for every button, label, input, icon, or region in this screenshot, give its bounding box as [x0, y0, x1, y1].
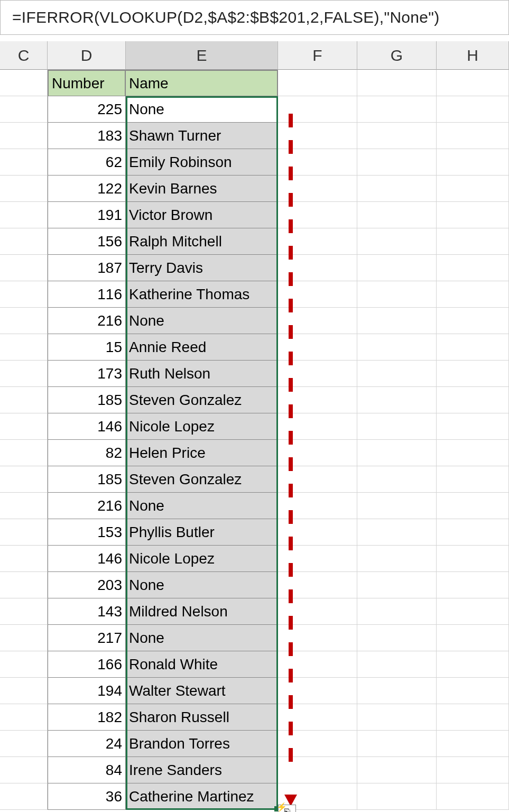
cell-G[interactable]: [357, 704, 437, 731]
cell-name[interactable]: Victor Brown: [126, 202, 278, 228]
cell-F[interactable]: [278, 572, 357, 598]
cell-C[interactable]: [0, 334, 48, 361]
cell-C[interactable]: [0, 704, 48, 731]
cell-number[interactable]: 36: [48, 783, 126, 810]
cell-C1[interactable]: [0, 70, 48, 96]
cell-G[interactable]: [357, 678, 437, 704]
cell-C[interactable]: [0, 176, 48, 202]
cell-F[interactable]: [278, 651, 357, 678]
cell-G[interactable]: [357, 387, 437, 413]
cell-H[interactable]: [437, 519, 509, 546]
cell-G[interactable]: [357, 598, 437, 625]
cell-H[interactable]: [437, 387, 509, 413]
cell-H[interactable]: [437, 202, 509, 228]
cell-H[interactable]: [437, 123, 509, 149]
cell-name[interactable]: Annie Reed: [126, 334, 278, 361]
cell-name[interactable]: Katherine Thomas: [126, 281, 278, 308]
cell-name[interactable]: Steven Gonzalez: [126, 387, 278, 413]
cell-name[interactable]: Ronald White: [126, 651, 278, 678]
cell-G[interactable]: [357, 651, 437, 678]
cell-H[interactable]: [437, 572, 509, 598]
cell-H[interactable]: [437, 466, 509, 493]
cell-F[interactable]: [278, 228, 357, 255]
cell-H[interactable]: [437, 334, 509, 361]
cell-number[interactable]: 166: [48, 651, 126, 678]
cell-G[interactable]: [357, 519, 437, 546]
cell-H[interactable]: [437, 308, 509, 334]
cell-H[interactable]: [437, 228, 509, 255]
cell-H[interactable]: [437, 413, 509, 440]
cell-F[interactable]: [278, 334, 357, 361]
cell-F[interactable]: [278, 493, 357, 519]
cell-G[interactable]: [357, 361, 437, 387]
cell-number[interactable]: 146: [48, 413, 126, 440]
cell-G[interactable]: [357, 308, 437, 334]
cell-G[interactable]: [357, 149, 437, 176]
header-name[interactable]: Name: [126, 70, 278, 96]
column-header-H[interactable]: H: [437, 41, 509, 70]
cell-G[interactable]: [357, 123, 437, 149]
cell-F1[interactable]: [278, 70, 357, 96]
cell-name[interactable]: None: [126, 493, 278, 519]
cell-G[interactable]: [357, 255, 437, 281]
cell-number[interactable]: 146: [48, 546, 126, 572]
cell-G[interactable]: [357, 625, 437, 651]
cell-C[interactable]: [0, 255, 48, 281]
cell-G[interactable]: [357, 202, 437, 228]
cell-name[interactable]: Kevin Barnes: [126, 176, 278, 202]
cell-G[interactable]: [357, 731, 437, 757]
cell-number[interactable]: 156: [48, 228, 126, 255]
column-header-E[interactable]: E: [126, 41, 278, 70]
column-header-G[interactable]: G: [357, 41, 437, 70]
cell-F[interactable]: [278, 308, 357, 334]
cell-H[interactable]: [437, 255, 509, 281]
cell-F[interactable]: [278, 678, 357, 704]
cell-F[interactable]: [278, 202, 357, 228]
cell-G[interactable]: [357, 440, 437, 466]
cell-name[interactable]: Terry Davis: [126, 255, 278, 281]
cell-C[interactable]: [0, 783, 48, 810]
cell-F[interactable]: [278, 176, 357, 202]
cell-name[interactable]: None: [126, 572, 278, 598]
cell-H[interactable]: [437, 783, 509, 810]
header-number[interactable]: Number: [48, 70, 126, 96]
cell-H[interactable]: [437, 281, 509, 308]
cell-G[interactable]: [357, 413, 437, 440]
cell-F[interactable]: [278, 757, 357, 783]
cell-F[interactable]: [278, 625, 357, 651]
cell-C[interactable]: [0, 572, 48, 598]
cell-G[interactable]: [357, 228, 437, 255]
cell-C[interactable]: [0, 96, 48, 123]
cell-C[interactable]: [0, 149, 48, 176]
cell-F[interactable]: [278, 96, 357, 123]
cell-H[interactable]: [437, 149, 509, 176]
cell-number[interactable]: 185: [48, 387, 126, 413]
cell-H[interactable]: [437, 731, 509, 757]
cell-H[interactable]: [437, 96, 509, 123]
cell-C[interactable]: [0, 123, 48, 149]
cell-C[interactable]: [0, 519, 48, 546]
cell-C[interactable]: [0, 651, 48, 678]
cell-number[interactable]: 173: [48, 361, 126, 387]
cell-number[interactable]: 116: [48, 281, 126, 308]
formula-bar[interactable]: =IFERROR(VLOOKUP(D2,$A$2:$B$201,2,FALSE)…: [0, 0, 509, 35]
cell-F[interactable]: [278, 149, 357, 176]
cell-name[interactable]: None: [126, 96, 278, 123]
cell-C[interactable]: [0, 625, 48, 651]
cell-G[interactable]: [357, 176, 437, 202]
cell-F[interactable]: [278, 123, 357, 149]
cell-number[interactable]: 153: [48, 519, 126, 546]
cell-name[interactable]: Mildred Nelson: [126, 598, 278, 625]
column-header-C[interactable]: C: [0, 41, 48, 70]
cell-name[interactable]: None: [126, 308, 278, 334]
autofill-options-button[interactable]: ⚡ ⎘: [278, 805, 296, 812]
cell-C[interactable]: [0, 228, 48, 255]
cell-G[interactable]: [357, 783, 437, 810]
cell-C[interactable]: [0, 440, 48, 466]
cell-number[interactable]: 216: [48, 308, 126, 334]
cell-number[interactable]: 62: [48, 149, 126, 176]
cell-F[interactable]: [278, 440, 357, 466]
cell-F[interactable]: [278, 281, 357, 308]
cell-name[interactable]: Helen Price: [126, 440, 278, 466]
cell-number[interactable]: 82: [48, 440, 126, 466]
